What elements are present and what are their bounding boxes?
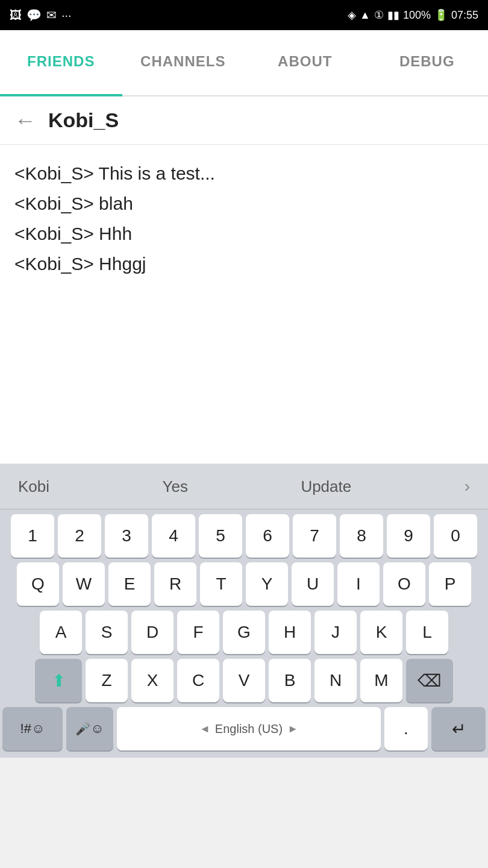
suggestion-bar: Kobi Yes Update › — [0, 464, 488, 509]
emoji-key[interactable]: 🎤 ☺ — [66, 707, 113, 750]
sim-icon: ① — [374, 8, 384, 22]
suggestion-yes[interactable]: Yes — [163, 477, 188, 496]
key-s[interactable]: S — [86, 611, 128, 654]
number-row: 1 2 3 4 5 6 7 8 9 0 — [2, 514, 486, 558]
key-e[interactable]: E — [108, 562, 151, 606]
key-5[interactable]: 5 — [199, 514, 242, 558]
zxcv-row: ⬆ Z X C V B N M ⌫ — [2, 659, 486, 702]
back-button[interactable]: ← — [14, 108, 36, 133]
key-z[interactable]: Z — [86, 659, 128, 702]
suggestion-kobi[interactable]: Kobi — [18, 477, 49, 496]
key-1[interactable]: 1 — [11, 514, 54, 558]
wifi-icon: ▲ — [360, 9, 371, 22]
clock: 07:55 — [451, 9, 478, 22]
tab-friends[interactable]: FRIENDS — [0, 30, 122, 95]
key-3[interactable]: 3 — [105, 514, 148, 558]
chat-message: <Kobi_S> Hhggj — [14, 250, 474, 278]
shift-icon: ⬆ — [52, 671, 66, 691]
location-icon: ◈ — [348, 8, 356, 22]
keyboard: 1 2 3 4 5 6 7 8 9 0 Q W E R T Y U I O P … — [0, 509, 488, 758]
mic-icon: 🎤 — [75, 722, 90, 736]
tab-about[interactable]: ABOUT — [244, 30, 366, 95]
key-6[interactable]: 6 — [246, 514, 289, 558]
key-9[interactable]: 9 — [387, 514, 430, 558]
chat-title: Kobi_S — [48, 108, 119, 132]
period-key[interactable]: . — [384, 707, 428, 750]
status-bar: 🖼 💬 ✉ ··· ◈ ▲ ① ▮▮ 100% 🔋 07:55 — [0, 0, 488, 30]
tab-bar: FRIENDS CHANNELS ABOUT DEBUG — [0, 30, 488, 96]
bottom-row: !#☺ 🎤 ☺ ◄ English (US) ► . ↵ — [2, 707, 486, 750]
lang-right-icon: ► — [287, 723, 298, 735]
status-icons-right: ◈ ▲ ① ▮▮ 100% 🔋 07:55 — [348, 8, 478, 22]
shift-key[interactable]: ⬆ — [35, 659, 82, 702]
key-b[interactable]: B — [269, 659, 311, 702]
key-l[interactable]: L — [406, 611, 448, 654]
whatsapp-icon: 💬 — [27, 8, 42, 22]
key-k[interactable]: K — [360, 611, 402, 654]
key-c[interactable]: C — [177, 659, 219, 702]
backspace-icon: ⌫ — [418, 671, 442, 691]
signal-icon: ▮▮ — [387, 8, 399, 22]
key-0[interactable]: 0 — [434, 514, 477, 558]
lang-left-icon: ◄ — [199, 723, 210, 735]
key-q[interactable]: Q — [17, 562, 59, 606]
chat-message: <Kobi_S> blah — [14, 189, 474, 218]
qwerty-row: Q W E R T Y U I O P — [2, 562, 486, 606]
key-t[interactable]: T — [200, 562, 242, 606]
key-p[interactable]: P — [429, 562, 471, 606]
key-r[interactable]: R — [154, 562, 196, 606]
key-g[interactable]: G — [223, 611, 265, 654]
key-y[interactable]: Y — [246, 562, 288, 606]
emoji-icon: ☺ — [90, 721, 104, 737]
key-o[interactable]: O — [383, 562, 425, 606]
space-label: English (US) — [215, 722, 283, 736]
battery-icon: 🔋 — [434, 8, 448, 22]
key-8[interactable]: 8 — [340, 514, 383, 558]
tab-debug[interactable]: DEBUG — [366, 30, 489, 95]
key-2[interactable]: 2 — [58, 514, 101, 558]
gmail-icon: ✉ — [46, 8, 57, 22]
key-7[interactable]: 7 — [293, 514, 336, 558]
key-h[interactable]: H — [269, 611, 311, 654]
key-u[interactable]: U — [292, 562, 334, 606]
key-m[interactable]: M — [360, 659, 402, 702]
enter-key[interactable]: ↵ — [431, 707, 486, 750]
suggestion-arrow-icon[interactable]: › — [465, 477, 470, 496]
backspace-key[interactable]: ⌫ — [406, 659, 453, 702]
status-icons-left: 🖼 💬 ✉ ··· — [10, 8, 72, 22]
chat-message: <Kobi_S> Hhh — [14, 219, 474, 248]
special-chars-key[interactable]: !#☺ — [2, 707, 63, 750]
key-f[interactable]: F — [177, 611, 219, 654]
enter-icon: ↵ — [452, 719, 466, 739]
space-key[interactable]: ◄ English (US) ► — [117, 707, 381, 750]
chat-header: ← Kobi_S — [0, 96, 488, 145]
key-a[interactable]: A — [40, 611, 82, 654]
key-n[interactable]: N — [314, 659, 357, 702]
key-v[interactable]: V — [223, 659, 265, 702]
key-j[interactable]: J — [314, 611, 357, 654]
more-icon: ··· — [61, 8, 72, 22]
chat-area: <Kobi_S> This is a test... <Kobi_S> blah… — [0, 145, 488, 464]
tab-channels[interactable]: CHANNELS — [122, 30, 245, 95]
key-x[interactable]: X — [131, 659, 174, 702]
key-4[interactable]: 4 — [152, 514, 195, 558]
gallery-icon: 🖼 — [10, 8, 22, 22]
key-i[interactable]: I — [337, 562, 380, 606]
key-w[interactable]: W — [63, 562, 105, 606]
key-d[interactable]: D — [131, 611, 174, 654]
chat-message: <Kobi_S> This is a test... — [14, 159, 474, 188]
asdf-row: A S D F G H J K L — [2, 611, 486, 654]
battery-percent: 100% — [403, 9, 431, 22]
suggestion-update[interactable]: Update — [301, 477, 351, 496]
